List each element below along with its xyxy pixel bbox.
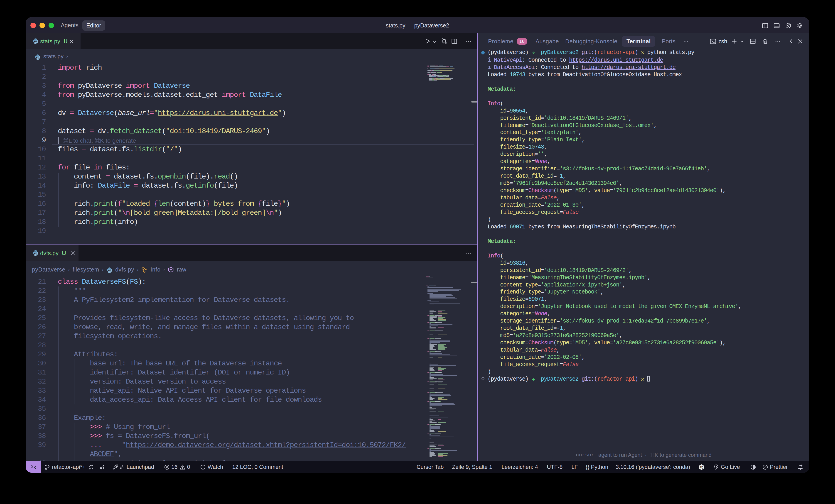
svg-text:c: c bbox=[702, 467, 704, 469]
